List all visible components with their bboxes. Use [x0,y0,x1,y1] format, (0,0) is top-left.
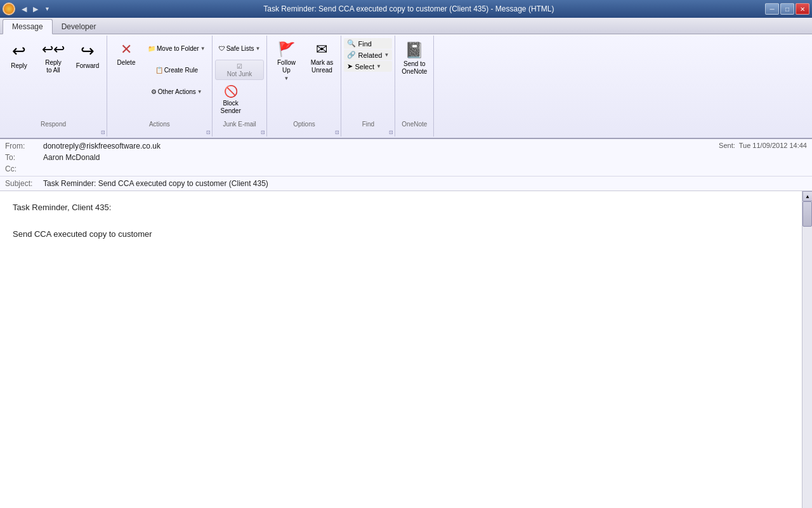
body-line3: Send CCA executed copy to customer [13,228,789,241]
follow-up-button[interactable]: 🚩 FollowUp ▼ [270,38,303,84]
subject-row: Subject: Task Reminder: Send CCA execute… [0,178,812,189]
related-button[interactable]: 🔗 Related ▼ [344,50,392,60]
reply-icon: ↩ [12,41,26,61]
outlook-logo [3,3,15,15]
delete-icon: ✕ [121,41,132,58]
not-junk-label: Not Junk [227,70,252,77]
block-sender-row: 🚫 BlockSender [215,80,265,119]
create-rule-button[interactable]: 📋 Create Rule [144,60,209,80]
find-label: Find [344,119,392,128]
email-header: From: donotreply@riskfreesoftware.co.uk … [0,139,812,191]
from-row: From: donotreply@riskfreesoftware.co.uk … [0,140,812,152]
subject-label: Subject: [5,179,43,188]
options-group: 🚩 FollowUp ▼ ✉ Mark asUnread Options ⊡ [267,36,341,137]
send-to-onenote-button[interactable]: 📓 Send toOneNote [398,38,431,79]
body-line1: Task Reminder, Client 435: [13,201,789,215]
tab-developer[interactable]: Developer [53,20,105,34]
reply-all-icon: ↩↩ [42,41,65,58]
block-sender-button[interactable]: 🚫 BlockSender [215,81,247,118]
subject-value: Task Reminder: Send CCA executed copy to… [43,179,807,188]
ribbon-tabs: Message Developer ? [0,18,812,34]
actions-group: ✕ Delete 📁 Move to Folder ▼ 📋 Create Rul… [107,36,213,137]
safe-lists-arrow: ▼ [256,46,261,51]
find-group: 🔍 Find 🔗 Related ▼ ➤ Select ▼ Find ⊡ [341,36,395,137]
onenote-buttons: 📓 Send toOneNote [398,37,431,119]
nav-forward-button[interactable]: ▶ [30,4,41,14]
reply-all-button[interactable]: ↩↩ Replyto All [37,38,70,77]
scrollbar[interactable]: ▲ ▼ [802,191,812,508]
find-buttons: 🔍 Find 🔗 Related ▼ ➤ Select ▼ [344,37,392,119]
scroll-track[interactable] [802,201,812,508]
other-actions-label: Other Actions [158,88,196,95]
tab-message[interactable]: Message [3,19,53,34]
find-icon: 🔍 [347,39,356,48]
title-bar-left: ◀ ▶ ▼ [3,3,53,15]
related-arrow: ▼ [384,52,389,58]
select-icon: ➤ [347,62,353,70]
move-folder-icon: 📁 [148,45,155,52]
block-sender-label: BlockSender [221,100,241,115]
follow-up-arrow: ▼ [284,76,289,81]
from-label: From: [5,142,43,150]
close-button[interactable]: ✕ [796,3,809,15]
create-rule-content: 📋 Create Rule [155,67,198,74]
select-arrow: ▼ [376,64,381,69]
header-separator [0,176,812,177]
actions-expand[interactable]: ⊡ [206,130,211,135]
create-rule-icon: 📋 [155,67,163,74]
onenote-label: OneNote [398,119,431,128]
mark-as-unread-icon: ✉ [316,41,327,58]
select-button[interactable]: ➤ Select ▼ [344,61,392,72]
safe-lists-icon: 🛡 [219,45,225,52]
nav-back-button[interactable]: ◀ [19,4,29,14]
sent-label: Sent: [719,142,735,150]
other-actions-content: ⚙ Other Actions ▼ [151,88,202,95]
onenote-icon: 📓 [405,41,424,59]
find-expand[interactable]: ⊡ [389,130,393,135]
follow-up-icon: 🚩 [278,41,295,58]
respond-label: Respond [3,119,104,128]
onenote-group: 📓 Send toOneNote OneNote [395,36,434,137]
title-bar: ◀ ▶ ▼ Task Reminder: Send CCA executed c… [0,0,812,18]
nav-extra-button[interactable]: ▼ [42,4,53,14]
forward-icon: ↪ [81,41,95,61]
block-sender-icon: 🚫 [224,84,238,98]
ribbon: ↩ Reply ↩↩ Replyto All ↪ Forward Respond… [0,34,812,139]
scroll-thumb[interactable] [802,201,812,227]
respond-expand[interactable]: ⊡ [101,130,105,135]
move-folder-label: Move to Folder [157,45,199,52]
sent-value: Tue 11/09/2012 14:44 [739,142,807,150]
reply-all-label: Replyto All [45,59,62,74]
not-junk-button[interactable]: ☑ Not Junk [215,60,265,80]
safe-lists-label: Safe Lists [226,45,254,52]
title-bar-nav: ◀ ▶ ▼ [19,4,53,14]
mark-as-unread-button[interactable]: ✉ Mark asUnread [305,38,338,77]
reply-button[interactable]: ↩ Reply [3,38,36,73]
delete-button[interactable]: ✕ Delete [110,38,143,70]
safe-lists-button[interactable]: 🛡 Safe Lists ▼ [215,38,265,58]
move-folder-content: 📁 Move to Folder ▼ [148,45,206,52]
to-label: To: [5,153,43,162]
delete-label: Delete [117,59,136,67]
junk-email-group: 🛡 Safe Lists ▼ ☑ Not Junk 🚫 BlockSender … [213,36,268,137]
reply-label: Reply [11,62,27,70]
cc-row: Cc: [0,163,812,175]
other-actions-button[interactable]: ⚙ Other Actions ▼ [144,81,209,102]
cc-label: Cc: [5,164,43,173]
forward-button[interactable]: ↪ Forward [71,38,104,73]
create-rule-label: Create Rule [164,67,198,74]
other-actions-arrow: ▼ [197,89,202,95]
find-button[interactable]: 🔍 Find [344,38,392,49]
junk-email-expand[interactable]: ⊡ [261,130,265,135]
message-body-wrapper: Task Reminder, Client 435: Send CCA exec… [0,191,812,508]
safe-lists-content: 🛡 Safe Lists ▼ [219,45,261,52]
related-label: Related [358,51,382,59]
mark-as-unread-label: Mark asUnread [311,59,334,74]
forward-label: Forward [76,62,100,70]
minimize-button[interactable]: ─ [765,3,779,15]
send-to-onenote-label: Send toOneNote [402,60,427,76]
maximize-button[interactable]: □ [780,3,794,15]
move-to-folder-button[interactable]: 📁 Move to Folder ▼ [144,38,209,58]
scroll-up-button[interactable]: ▲ [802,191,812,201]
options-expand[interactable]: ⊡ [335,130,339,135]
